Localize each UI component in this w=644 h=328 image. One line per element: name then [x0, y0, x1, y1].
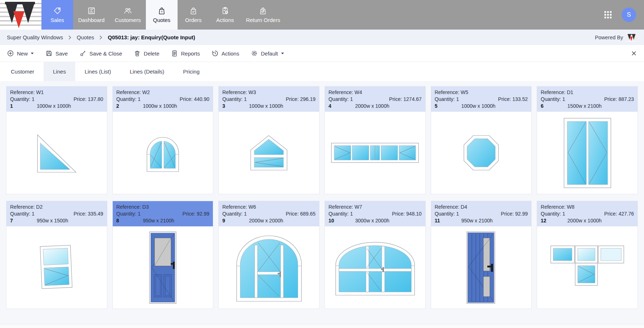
- default-button[interactable]: Default: [251, 50, 284, 57]
- toolbar-button-label: Reports: [181, 50, 200, 57]
- card-line-number: 11: [435, 217, 461, 224]
- card-header: Reference: W1 Quantity: 1 Price: 137.80 …: [6, 87, 107, 112]
- nav-item-customers[interactable]: Customers: [109, 0, 146, 30]
- breadcrumb-items: Super Quality WindowsQuotesQ05013: jay: …: [7, 34, 195, 40]
- actions-button[interactable]: Actions: [211, 50, 239, 57]
- card-price: Price: 1274.67: [389, 96, 421, 103]
- card-header: Reference: D2 Quantity: 1 Price: 335.49 …: [6, 201, 107, 226]
- card-dimensions: 1000w x 1000h: [249, 103, 283, 110]
- quote-line-card-w6[interactable]: Reference: W6 Quantity: 1 Price: 689.65 …: [218, 201, 319, 309]
- trash-icon: [134, 50, 141, 57]
- card-line-number: 10: [328, 217, 355, 224]
- company-logo[interactable]: [0, 0, 41, 30]
- card-dimensions: 950w x 2100h: [143, 217, 174, 224]
- reports-button[interactable]: Reports: [171, 50, 200, 57]
- card-quantity: Quantity: 1: [435, 210, 459, 217]
- gear-icon: [251, 50, 258, 57]
- nav-item-orders[interactable]: Orders: [178, 0, 209, 30]
- card-quantity: Quantity: 1: [541, 96, 565, 103]
- card-price: Price: 133.52: [498, 96, 528, 103]
- card-line-number: 3: [222, 103, 249, 110]
- breadcrumb-separator-icon: [68, 35, 71, 40]
- quote-line-card-w7[interactable]: Reference: W7 Quantity: 1 Price: 948.10 …: [325, 201, 426, 309]
- breadcrumb-item[interactable]: Quotes: [77, 34, 94, 40]
- caret-down-icon: [281, 52, 284, 54]
- avatar[interactable]: S: [622, 8, 636, 22]
- card-dimensions: 1000w x 1000h: [143, 103, 177, 110]
- breadcrumb-item: Q05013: jay: Enquiry(Quote Input): [108, 34, 195, 40]
- card-dimensions: 2000w x 1000h: [355, 103, 389, 110]
- breadcrumb-item[interactable]: Super Quality Windows: [7, 34, 63, 40]
- tab-lines-details[interactable]: Lines (Details): [120, 62, 174, 81]
- quote-line-card-w8[interactable]: Reference: W8 Quantity: 1 Price: 427.76 …: [537, 201, 638, 309]
- tab-pricing[interactable]: Pricing: [174, 62, 209, 81]
- bag-question-icon: ?: [157, 6, 166, 15]
- card-quantity: Quantity: 1: [10, 210, 35, 217]
- new-button[interactable]: New: [7, 50, 34, 57]
- bag-return-icon: [258, 6, 268, 15]
- toolbar-button-label: Actions: [222, 50, 239, 57]
- card-quantity: Quantity: 1: [328, 96, 353, 103]
- card-price: Price: 689.65: [286, 210, 316, 217]
- card-quantity: Quantity: 1: [116, 96, 141, 103]
- powered-by-label: Powered By: [595, 35, 623, 40]
- tab-lines[interactable]: Lines: [44, 62, 75, 81]
- card-header: Reference: W5 Quantity: 1 Price: 133.52 …: [431, 87, 532, 112]
- card-line-number: 7: [10, 217, 37, 224]
- quote-line-card-w4[interactable]: Reference: W4 Quantity: 1 Price: 1274.67…: [325, 86, 426, 194]
- save-button[interactable]: Save: [45, 50, 68, 57]
- nav-item-return-orders[interactable]: Return Orders: [241, 0, 285, 30]
- card-reference: Reference: W4: [328, 89, 422, 96]
- card-reference: Reference: W7: [328, 204, 422, 210]
- nav-item-dashboard[interactable]: Dashboard: [73, 0, 109, 30]
- quote-line-card-w1[interactable]: Reference: W1 Quantity: 1 Price: 137.80 …: [6, 86, 107, 194]
- card-header: Reference: W2 Quantity: 1 Price: 440.90 …: [113, 87, 213, 112]
- product-drawing-double-casement-window: [537, 112, 638, 194]
- card-quantity: Quantity: 1: [222, 96, 247, 103]
- product-drawing-arched-grid-window: [325, 226, 425, 309]
- tab-bar: CustomerLinesLines (List)Lines (Details)…: [0, 62, 644, 81]
- card-quantity: Quantity: 1: [541, 210, 565, 217]
- close-icon[interactable]: [631, 50, 637, 57]
- quote-line-card-w2[interactable]: Reference: W2 Quantity: 1 Price: 440.90 …: [112, 86, 214, 194]
- people-icon: [123, 6, 133, 15]
- quote-line-card-d4[interactable]: Reference: D4 Quantity: 1 Price: 92.99 1…: [431, 201, 532, 309]
- quote-line-card-d1[interactable]: Reference: D1 Quantity: 1 Price: 887.23 …: [537, 86, 638, 194]
- card-quantity: Quantity: 1: [116, 210, 141, 217]
- card-header: Reference: W8 Quantity: 1 Price: 427.76 …: [537, 201, 638, 226]
- product-drawing-octagon-window: [431, 112, 532, 194]
- quote-line-card-d3[interactable]: Reference: D3 Quantity: 1 Price: 92.99 8…: [112, 201, 214, 309]
- product-drawing-t-combination-window: [537, 226, 638, 309]
- product-drawing-half-glazed-door: [113, 226, 213, 309]
- nav-item-label: Actions: [216, 17, 234, 23]
- caret-down-icon: [31, 52, 34, 54]
- quote-line-card-w3[interactable]: Reference: W3 Quantity: 1 Price: 296.19 …: [218, 86, 319, 194]
- nav-item-label: Customers: [115, 17, 141, 23]
- quote-line-card-d2[interactable]: Reference: D2 Quantity: 1 Price: 335.49 …: [6, 201, 107, 309]
- quote-line-card-w5[interactable]: Reference: W5 Quantity: 1 Price: 133.52 …: [431, 86, 532, 194]
- bottom-scroll-strip[interactable]: [0, 324, 644, 328]
- svg-text:?: ?: [161, 10, 162, 13]
- card-dimensions: 950w x 1500h: [37, 217, 68, 224]
- document-icon: [171, 50, 178, 57]
- nav-item-actions[interactable]: Actions: [209, 0, 241, 30]
- apps-grid-icon[interactable]: [604, 10, 612, 19]
- nav-item-sales[interactable]: Sales: [41, 0, 73, 30]
- toolbar-button-label: Save & Close: [89, 50, 122, 57]
- card-price: Price: 440.90: [180, 96, 210, 103]
- card-line-number: 9: [222, 217, 249, 224]
- save-close-button[interactable]: Save & Close: [79, 50, 122, 57]
- card-price: Price: 887.23: [604, 96, 634, 103]
- card-header: Reference: W7 Quantity: 1 Price: 948.10 …: [325, 201, 425, 226]
- nav-item-quotes[interactable]: ? Quotes: [146, 0, 178, 30]
- card-reference: Reference: D3: [116, 204, 210, 210]
- card-dimensions: 2000w x 2000h: [249, 217, 283, 224]
- product-drawing-cottage-door: [431, 226, 532, 309]
- tab-customer[interactable]: Customer: [1, 62, 44, 81]
- quote-lines-grid: Reference: W1 Quantity: 1 Price: 137.80 …: [0, 81, 644, 309]
- card-dimensions: 950w x 2100h: [461, 217, 493, 224]
- card-quantity: Quantity: 1: [222, 210, 247, 217]
- tab-lines-list[interactable]: Lines (List): [75, 62, 120, 81]
- delete-button[interactable]: Delete: [134, 50, 159, 57]
- breadcrumb-separator-icon: [99, 35, 102, 40]
